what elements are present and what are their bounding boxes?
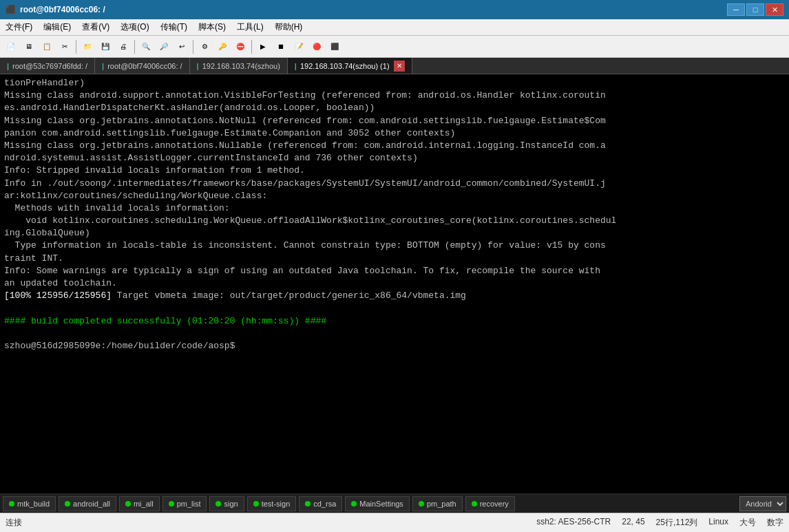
toolbar: 📄 🖥 📋 ✂ 📁 💾 🖨 🔍 🔎 ↩ ⚙ 🔑 ⛔ ▶ ⏹ 📝 🔴 ⬛	[0, 36, 789, 58]
toolbar-btn-13[interactable]: ⛔	[232, 39, 249, 55]
toolbar-btn-14[interactable]: ▶	[255, 39, 271, 55]
menu-options[interactable]: 选项(O)	[115, 19, 154, 35]
session-tab-1-label: android_all	[73, 500, 110, 508]
menu-help[interactable]: 帮助(H)	[269, 19, 308, 35]
status-right: ssh2: AES-256-CTR 22, 45 25行,112列 Linux …	[536, 517, 783, 529]
toolbar-btn-6[interactable]: 💾	[97, 39, 114, 55]
title-bar-left: ⬛ root@0bf74006cc06: /	[6, 5, 105, 14]
android-select[interactable]: Andorid	[739, 496, 786, 511]
title-bar-icon: ⬛	[6, 5, 16, 14]
session-dot-6	[305, 501, 311, 507]
toolbar-btn-7[interactable]: 🖨	[115, 39, 132, 55]
session-tab-2-label: mi_all	[134, 500, 154, 508]
session-tab-8[interactable]: pm_path	[412, 496, 463, 511]
menu-tools[interactable]: 工具(L)	[231, 19, 269, 35]
toolbar-btn-3[interactable]: 📋	[39, 39, 55, 55]
toolbar-btn-18[interactable]: ⬛	[326, 39, 343, 55]
session-tab-3-label: pm_list	[177, 500, 201, 508]
tab-1[interactable]: root@0bf74006cc06: /	[95, 58, 189, 74]
tab-1-label: root@0bf74006cc06: /	[107, 62, 182, 70]
menu-script[interactable]: 脚本(S)	[193, 19, 231, 35]
toolbar-sep-2	[134, 40, 135, 54]
toolbar-btn-5[interactable]: 📁	[79, 39, 96, 55]
status-ssh: ssh2: AES-256-CTR	[536, 517, 611, 529]
title-bar: ⬛ root@0bf74006cc06: / ─ □ ✕	[0, 0, 789, 19]
maximize-button[interactable]: □	[746, 3, 764, 16]
close-button[interactable]: ✕	[766, 3, 783, 16]
tab-0-label: root@53c7697d6fdd: /	[12, 62, 87, 70]
session-dot-8	[419, 501, 424, 507]
session-tab-0-label: mtk_build	[17, 500, 50, 508]
status-bar: 连接 ssh2: AES-256-CTR 22, 45 25行,112列 Lin…	[0, 513, 789, 532]
toolbar-btn-4[interactable]: ✂	[56, 39, 73, 55]
tab-0[interactable]: root@53c7697d6fdd: /	[0, 58, 95, 74]
session-tab-0[interactable]: mtk_build	[3, 496, 56, 511]
session-tabs: mtk_build android_all mi_all pm_list sig…	[0, 493, 789, 513]
terminal-output: tionPreHandler) Missing class android.su…	[4, 77, 785, 352]
session-dot-3	[169, 501, 174, 507]
title-bar-controls: ─ □ ✕	[727, 3, 783, 16]
session-dot-7	[351, 501, 357, 507]
session-tabs-right: Andorid	[739, 496, 786, 511]
session-tab-9[interactable]: recovery	[465, 496, 515, 511]
session-tab-8-label: pm_path	[427, 500, 456, 508]
toolbar-btn-16[interactable]: 📝	[291, 39, 307, 55]
tab-2-label: 192.168.103.74(szhou)	[202, 62, 280, 70]
session-dot-0	[9, 501, 14, 507]
session-dot-5	[253, 501, 259, 507]
toolbar-btn-2[interactable]: 🖥	[21, 39, 37, 55]
session-tab-6-label: cd_rsa	[313, 500, 336, 508]
session-tab-5-label: test-sign	[262, 500, 291, 508]
tab-3[interactable]: 192.168.103.74(szhou) (1) ✕	[288, 58, 412, 74]
session-dot-1	[65, 501, 70, 507]
toolbar-btn-17[interactable]: 🔴	[308, 39, 325, 55]
toolbar-btn-15[interactable]: ⏹	[273, 39, 289, 55]
session-dot-9	[472, 501, 477, 507]
session-dot-4	[215, 501, 221, 507]
tab-bar: root@53c7697d6fdd: / root@0bf74006cc06: …	[0, 58, 789, 74]
toolbar-btn-10[interactable]: ↩	[173, 39, 190, 55]
menu-transfer[interactable]: 传输(T)	[155, 19, 193, 35]
menu-bar: 文件(F) 编辑(E) 查看(V) 选项(O) 传输(T) 脚本(S) 工具(L…	[0, 19, 789, 36]
menu-file[interactable]: 文件(F)	[0, 19, 38, 35]
tab-2[interactable]: 192.168.103.74(szhou)	[190, 58, 288, 74]
status-size: 大号	[739, 517, 756, 529]
toolbar-btn-12[interactable]: 🔑	[214, 39, 231, 55]
menu-edit[interactable]: 编辑(E)	[38, 19, 76, 35]
session-tab-6[interactable]: cd_rsa	[299, 496, 342, 511]
session-tab-1[interactable]: android_all	[59, 496, 116, 511]
tab-3-label: 192.168.103.74(szhou) (1)	[300, 62, 390, 70]
status-lines: 25行,112列	[656, 517, 698, 529]
session-tab-5[interactable]: test-sign	[247, 496, 297, 511]
menu-view[interactable]: 查看(V)	[76, 19, 115, 35]
session-tab-3[interactable]: pm_list	[162, 496, 207, 511]
session-dot-2	[125, 501, 131, 507]
toolbar-sep-3	[193, 40, 193, 54]
status-os: Linux	[708, 517, 728, 529]
terminal[interactable]: tionPreHandler) Missing class android.su…	[0, 74, 789, 493]
toolbar-btn-1[interactable]: 📄	[3, 39, 19, 55]
toolbar-sep-1	[76, 40, 76, 54]
session-tab-4-label: sign	[224, 500, 238, 508]
session-tab-4[interactable]: sign	[209, 496, 244, 511]
tab-close-button[interactable]: ✕	[394, 61, 405, 72]
toolbar-btn-11[interactable]: ⚙	[196, 39, 213, 55]
session-tab-7[interactable]: MainSettings	[345, 496, 410, 511]
toolbar-sep-4	[251, 40, 252, 54]
session-tab-9-label: recovery	[480, 500, 509, 508]
session-tab-2[interactable]: mi_all	[119, 496, 160, 511]
toolbar-btn-8[interactable]: 🔍	[138, 39, 154, 55]
minimize-button[interactable]: ─	[727, 3, 745, 16]
session-tab-7-label: MainSettings	[359, 500, 403, 508]
status-connection: 连接	[6, 517, 22, 529]
toolbar-btn-9[interactable]: 🔎	[156, 39, 172, 55]
status-encoding: 数字	[767, 517, 783, 529]
title-bar-title: root@0bf74006cc06: /	[20, 5, 105, 14]
status-position: 22, 45	[622, 517, 644, 529]
